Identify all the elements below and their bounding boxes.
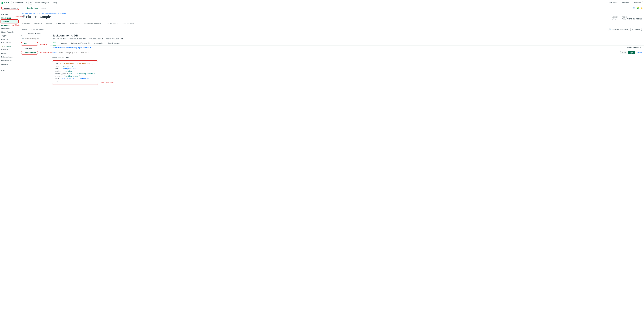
- db-tree: + Create Database 🔍 ▾ test Your cluster …: [19, 32, 50, 86]
- cluster-tabs: Overview Real Time Metrics Collections A…: [19, 21, 644, 26]
- nav-overview[interactable]: Overview: [0, 13, 19, 16]
- region-label: REGION: [622, 16, 642, 18]
- bell-icon[interactable]: 🔔: [641, 7, 643, 9]
- get-help-link[interactable]: Get Help ▼: [621, 2, 629, 4]
- nav-heading-security: 🔒 SECURITY: [0, 45, 19, 48]
- project-bar: ▮ example-project ▼ ⋮ Data Services Char…: [0, 6, 644, 11]
- database-icon: 🗄: [1, 17, 3, 19]
- region-value: AWS Ireland (eu-west-1): [622, 18, 642, 20]
- breadcrumb: WEI KAI'S ORG - 2024-10-06› EXAMPLE-PROJ…: [19, 11, 644, 14]
- project-selector[interactable]: ▮ example-project ▼: [1, 7, 19, 10]
- user-name: Wei Kai: [634, 2, 640, 4]
- search-namespaces[interactable]: 🔍: [21, 37, 48, 40]
- filter-label[interactable]: Filter ↗: [52, 52, 57, 54]
- db-node-test[interactable]: ▾ test: [21, 42, 38, 46]
- ctab-overview[interactable]: Overview: [22, 23, 30, 26]
- search-input[interactable]: [25, 38, 47, 40]
- nav-goto[interactable]: Goto: [0, 69, 19, 73]
- nav-atlas-search[interactable]: Atlas Search: [0, 27, 19, 30]
- results-header: QUERY RESULTS: 1-1 OF 1: [50, 56, 644, 60]
- nav-triggers[interactable]: Triggers: [0, 34, 19, 38]
- create-database-button[interactable]: + Create Database: [21, 32, 48, 36]
- caret-down-icon: ▾: [23, 43, 24, 45]
- generate-queries-link[interactable]: Generate queries from natural language i…: [52, 46, 92, 50]
- access-manager-link[interactable]: Access Manager ▼: [35, 2, 49, 4]
- tab-data-services[interactable]: Data Services: [27, 6, 38, 11]
- collection-comments-db[interactable]: comments-DB: [21, 51, 38, 55]
- chevron-down-icon: ▼: [48, 2, 49, 3]
- services-icon: ▦: [1, 25, 2, 26]
- ctab-metrics[interactable]: Metrics: [46, 23, 52, 26]
- nav-migration[interactable]: Migration: [0, 38, 19, 41]
- dtab-indexes[interactable]: Indexes: [61, 41, 66, 46]
- apply-button[interactable]: Apply: [628, 51, 635, 54]
- collection-main: test.comments-DB STORAGE SIZE: 36KB LOGI…: [50, 32, 644, 86]
- lock-icon: 🔒: [1, 46, 3, 48]
- ctab-realtime[interactable]: Real Time: [34, 23, 42, 26]
- crumb-org[interactable]: WEI KAI'S ORG - 2024-10-06: [22, 12, 40, 14]
- reset-button[interactable]: Reset: [620, 51, 627, 54]
- help-label: Get Help: [621, 2, 628, 4]
- dtab-schema[interactable]: Schema Anti-Patterns0: [71, 41, 90, 46]
- cols-label: COLLECTIONS:: [33, 29, 43, 30]
- nav-clusters[interactable]: Clusters: [1, 20, 18, 23]
- nav-net-access[interactable]: Network Access: [0, 59, 19, 62]
- chevron-down-icon: ▼: [17, 8, 18, 9]
- dtab-find[interactable]: Find: [53, 41, 56, 46]
- project-name: example-project: [4, 7, 16, 9]
- folder-icon: ▮: [2, 7, 4, 9]
- nav-stream[interactable]: Stream Processing: [0, 30, 19, 34]
- chart-icon: 📊: [609, 28, 611, 30]
- crumb-databases[interactable]: DATABASES: [58, 12, 66, 14]
- ctab-atlas-search[interactable]: Atlas Search: [70, 23, 80, 26]
- refresh-button[interactable]: ⟳REFRESH: [630, 28, 642, 31]
- brand-text: Atlas: [4, 1, 10, 4]
- query-input[interactable]: [58, 51, 619, 54]
- external-icon: ↗: [90, 47, 91, 49]
- ctab-collections[interactable]: Collections: [56, 23, 66, 26]
- main-panel: WEI KAI'S ORG - 2024-10-06› EXAMPLE-PROJ…: [19, 11, 644, 315]
- settings-button[interactable]: ⚙: [29, 1, 33, 5]
- cluster-header: 🔗 cluster-example VERSION 8.0.3 REGION A…: [19, 14, 644, 20]
- org-name: Wei Kai's Or...: [15, 2, 25, 4]
- nav-advanced[interactable]: Advanced: [0, 62, 19, 66]
- invite-icon[interactable]: 👤: [633, 7, 635, 9]
- org-icon: 🗄: [13, 2, 14, 4]
- dtab-aggregation[interactable]: Aggregation: [94, 41, 104, 46]
- top-bar: Atlas 🗄 Wei Kai's Or... ▼ ⚙ Access Manag…: [0, 0, 644, 6]
- collection-comments[interactable]: comments: [21, 47, 48, 50]
- cols-value: 2: [44, 29, 44, 30]
- project-more-menu[interactable]: ⋮: [20, 7, 23, 9]
- counts-row: DATABASES: 1 COLLECTIONS: 2 📊VISUALIZE Y…: [19, 26, 644, 32]
- chevron-down-icon: ▼: [26, 2, 27, 3]
- annotation-all-cluster: All Cluster: [12, 24, 20, 26]
- filter-row: Filter ↗ Reset Apply Options ▸: [50, 51, 644, 56]
- refresh-icon: ⟳: [632, 28, 633, 30]
- user-menu[interactable]: Wei Kai ▼: [633, 1, 643, 4]
- nav-quickstart[interactable]: Quickstart: [0, 48, 19, 52]
- ctab-performance[interactable]: Performance Advisor: [84, 23, 101, 26]
- org-selector[interactable]: 🗄 Wei Kai's Or... ▼: [11, 1, 28, 4]
- document-result[interactable]: _id: ObjectId('673f8b7a7d3da2fb9b4cfab2'…: [52, 60, 98, 85]
- namespace-title: test.comments-DB: [50, 32, 644, 38]
- nav-backup[interactable]: Backup: [0, 52, 19, 55]
- insert-document-button[interactable]: INSERT DOCUMENT: [626, 46, 642, 49]
- tab-charts[interactable]: Charts: [41, 6, 46, 11]
- ctab-cmd[interactable]: Cmd Line Tools: [122, 23, 134, 26]
- crumb-project[interactable]: EXAMPLE-PROJECT: [42, 12, 56, 14]
- dtab-search-indexes[interactable]: Search Indexes: [108, 41, 120, 46]
- gear-icon: ⚙: [30, 2, 32, 4]
- billing-link[interactable]: Billing: [53, 2, 57, 4]
- all-clusters-link[interactable]: All Clusters: [609, 2, 618, 4]
- activity-icon[interactable]: 🧩: [637, 7, 639, 9]
- options-link[interactable]: Options ▸: [636, 52, 642, 54]
- annotation-stored: Stored data value: [100, 82, 114, 84]
- annotation-cluster: Your cluster: [39, 44, 48, 45]
- atlas-logo[interactable]: Atlas: [1, 1, 10, 4]
- leaf-icon: [1, 1, 3, 4]
- nav-data-federation[interactable]: Data Federation: [0, 41, 19, 45]
- version-label: VERSION: [612, 16, 618, 18]
- visualize-button[interactable]: 📊VISUALIZE YOUR DATA: [608, 28, 629, 31]
- ctab-archive[interactable]: Online Archive: [106, 23, 117, 26]
- nav-db-access[interactable]: Database Access: [0, 55, 19, 59]
